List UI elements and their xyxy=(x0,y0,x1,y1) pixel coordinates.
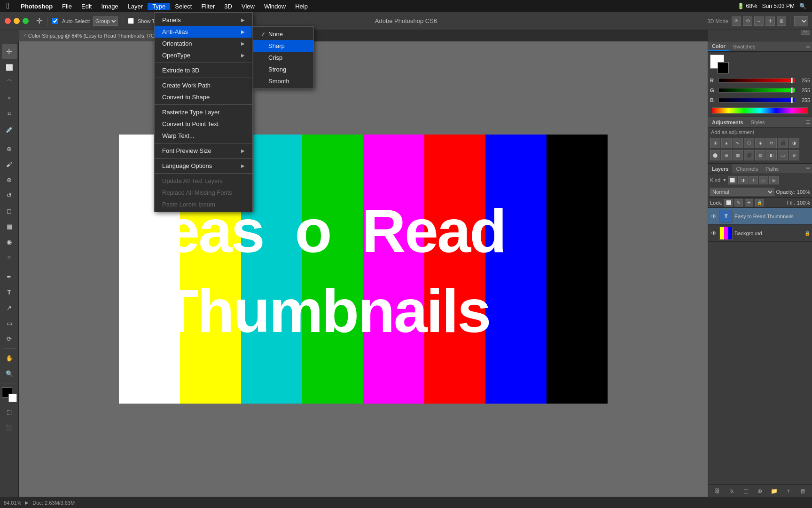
status-arrow[interactable]: ▶ xyxy=(25,500,29,505)
bw-btn[interactable]: ◑ xyxy=(789,138,799,148)
marquee-tool[interactable]: ⬜ xyxy=(2,60,17,75)
color-spectrum[interactable] xyxy=(712,107,808,114)
fill-value[interactable]: 100% xyxy=(797,200,810,206)
type-menu-antialias[interactable]: Anti-Alias ▶ xyxy=(155,26,252,38)
color-tab[interactable]: Color xyxy=(708,41,729,51)
menu-help[interactable]: Help xyxy=(290,3,312,10)
3d-btn-2[interactable]: ⟲ xyxy=(743,16,752,26)
channels-tab[interactable]: Channels xyxy=(732,164,761,174)
adjustments-tab[interactable]: Adjustments xyxy=(708,117,747,127)
blur-tool[interactable]: ◉ xyxy=(2,234,17,249)
layers-tab[interactable]: Layers xyxy=(708,164,732,174)
3d-rotate-tool[interactable]: ⟳ xyxy=(2,331,17,346)
type-menu-font-preview[interactable]: Font Preview Size ▶ xyxy=(155,145,252,157)
hsl-btn[interactable]: H xyxy=(766,138,777,148)
type-dropdown-menu[interactable]: Panels ▶ Anti-Alias ▶ Orientation ▶ Open… xyxy=(154,12,253,212)
shape-filter-btn[interactable]: ▭ xyxy=(759,176,768,184)
menu-file[interactable]: File xyxy=(57,3,77,10)
menu-image[interactable]: Image xyxy=(96,3,123,10)
zoom-tool[interactable]: 🔍 xyxy=(2,366,17,381)
posterize-btn[interactable]: ▤ xyxy=(755,150,765,160)
swatches-tab[interactable]: Swatches xyxy=(729,41,759,51)
brush-tool[interactable]: 🖌 xyxy=(2,157,17,172)
adj-filter-btn[interactable]: ◑ xyxy=(738,176,748,184)
menu-edit[interactable]: Edit xyxy=(77,3,96,10)
blend-mode-select[interactable]: Normal xyxy=(710,188,774,196)
adj-panel-menu[interactable]: ☰ xyxy=(806,119,812,125)
styles-tab[interactable]: Styles xyxy=(747,117,769,127)
layer-eye-bg[interactable]: 👁 xyxy=(710,230,718,237)
eraser-tool[interactable]: ◻ xyxy=(2,203,17,218)
close-button[interactable] xyxy=(5,18,11,24)
background-color[interactable] xyxy=(8,394,17,402)
dodge-tool[interactable]: ○ xyxy=(2,250,17,265)
antialias-strong[interactable]: ✓ Strong xyxy=(253,64,313,75)
levels-btn[interactable]: ▲ xyxy=(721,138,732,148)
lock-image-btn[interactable]: ✎ xyxy=(734,199,743,206)
screen-mode-btn[interactable]: ⬛ xyxy=(2,420,17,435)
path-select-tool[interactable]: ↗ xyxy=(2,300,17,315)
lasso-tool[interactable]: ⌒ xyxy=(2,75,17,90)
link-layers-btn[interactable]: ⛓ xyxy=(712,486,722,496)
gradient-tool[interactable]: ▦ xyxy=(2,219,17,234)
opacity-value[interactable]: 100% xyxy=(797,189,810,195)
invert-btn[interactable]: ⬛ xyxy=(744,150,754,160)
eyedropper-tool[interactable]: 💉 xyxy=(2,122,17,137)
menu-view[interactable]: View xyxy=(237,3,259,10)
healing-tool[interactable]: ⊕ xyxy=(2,141,17,156)
type-menu-extrude[interactable]: Extrude to 3D xyxy=(155,64,252,76)
bg-swatch[interactable] xyxy=(718,62,729,73)
curves-btn[interactable]: ∿ xyxy=(733,138,743,148)
layers-menu-icon[interactable]: ☰ xyxy=(806,166,812,171)
brightness-contrast-btn[interactable]: ☀ xyxy=(710,138,720,148)
b-slider-thumb[interactable] xyxy=(791,97,793,103)
selective-color-btn[interactable]: ⊕ xyxy=(789,150,799,160)
layer-eye-text[interactable]: 👁 xyxy=(710,213,718,220)
type-menu-rasterize[interactable]: Rasterize Type Layer xyxy=(155,106,252,118)
history-tool[interactable]: ↺ xyxy=(2,188,17,203)
g-slider-thumb[interactable] xyxy=(791,87,793,93)
color-balance-btn[interactable]: ⬛ xyxy=(778,138,788,148)
move-tool[interactable]: ✛ xyxy=(2,44,17,59)
vibrance-btn[interactable]: ◈ xyxy=(755,138,765,148)
layer-item-background[interactable]: 👁 Background 🔒 xyxy=(708,225,812,242)
type-filter-btn[interactable]: T xyxy=(749,176,758,184)
r-slider-thumb[interactable] xyxy=(791,78,793,83)
pixel-filter-btn[interactable]: ⬜ xyxy=(728,176,737,184)
quick-mask-btn[interactable]: ⬚ xyxy=(2,405,17,420)
crop-tool[interactable]: ⌗ xyxy=(2,106,17,121)
menu-filter[interactable]: Filter xyxy=(196,3,219,10)
type-menu-opentype[interactable]: OpenType ▶ xyxy=(155,49,252,61)
menu-type[interactable]: Type xyxy=(148,3,170,10)
3d-btn-3[interactable]: ↔ xyxy=(754,16,764,26)
maximize-button[interactable] xyxy=(23,18,29,24)
photo-filter-btn[interactable]: ⬤ xyxy=(710,150,720,160)
clone-tool[interactable]: ⊛ xyxy=(2,172,17,187)
app-name[interactable]: Photoshop xyxy=(16,3,57,10)
paths-tab[interactable]: Paths xyxy=(762,164,782,174)
layer-item-text[interactable]: 👁 T Easy to Read Thumbnails xyxy=(708,208,812,225)
quick-select-tool[interactable]: ⌖ xyxy=(2,91,17,106)
menu-window[interactable]: Window xyxy=(259,3,290,10)
delete-layer-btn[interactable]: 🗑 xyxy=(798,486,808,496)
type-menu-warp[interactable]: Warp Text... xyxy=(155,130,252,142)
workspace-selector[interactable]: Essentials xyxy=(794,16,808,26)
channel-mixer-btn[interactable]: ⊞ xyxy=(721,150,732,160)
type-menu-convert-point[interactable]: Convert to Point Text xyxy=(155,118,252,130)
auto-select-type[interactable]: Group xyxy=(93,16,118,26)
add-style-btn[interactable]: fx xyxy=(727,486,736,496)
exposure-btn[interactable]: ⬡ xyxy=(744,138,754,148)
panel-menu-icon[interactable]: ☰ xyxy=(806,44,812,49)
minimize-button[interactable] xyxy=(14,18,20,24)
add-adj-btn[interactable]: ⊕ xyxy=(755,486,765,496)
add-mask-btn[interactable]: ⬚ xyxy=(741,486,750,496)
type-menu-language[interactable]: Language Options ▶ xyxy=(155,160,252,172)
auto-select-checkbox[interactable] xyxy=(52,18,58,24)
type-tool[interactable]: T xyxy=(2,285,17,300)
file-tab[interactable]: × Color Strips.jpg @ 84% (Easy to Read T… xyxy=(19,30,164,41)
kind-select-arrow[interactable]: ▼ xyxy=(722,177,727,183)
3d-btn-1[interactable]: ⟳ xyxy=(732,16,741,26)
antialias-smooth[interactable]: ✓ Smooth xyxy=(253,75,313,87)
type-menu-convert-shape[interactable]: Convert to Shape xyxy=(155,91,252,103)
type-menu-create-path[interactable]: Create Work Path xyxy=(155,79,252,91)
